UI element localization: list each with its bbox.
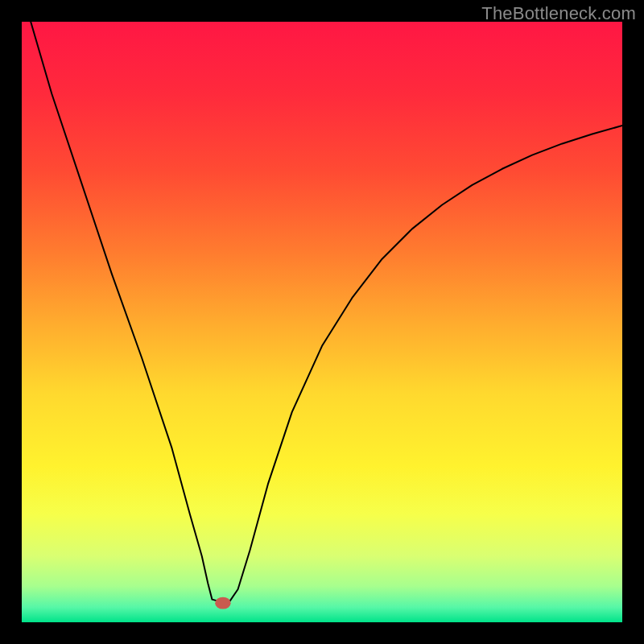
watermark-text: TheBottleneck.com <box>481 3 636 24</box>
chart-svg <box>22 22 622 622</box>
min-marker <box>215 597 230 609</box>
gradient-background <box>22 22 622 622</box>
plot-area <box>22 22 622 622</box>
chart-frame: TheBottleneck.com <box>0 0 644 644</box>
